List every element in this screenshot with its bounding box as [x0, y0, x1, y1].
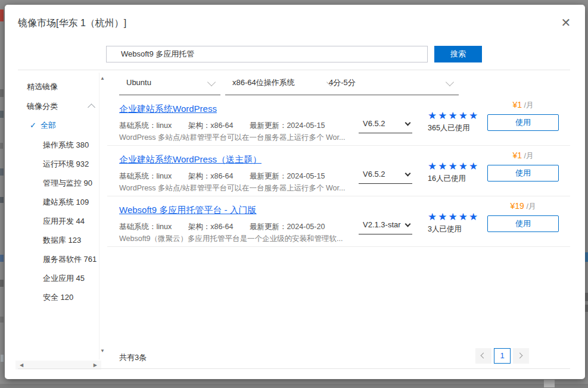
sidebar-item-featured[interactable]: 精选镜像: [27, 82, 58, 92]
chevron-up-icon[interactable]: [88, 104, 95, 111]
usage-count: 3人已使用: [428, 224, 462, 234]
image-market-dialog: 镜像市场[华东 1（杭州）] ✕ 搜索 精选镜像 镜像分类 ✓ 全部 操作系统 …: [5, 5, 585, 379]
backdrop-fragment: [544, 380, 555, 387]
chevron-down-icon: [446, 78, 454, 86]
chevron-down-icon: [405, 171, 411, 177]
backdrop-fragment: [1, 355, 4, 362]
pagination-current-page[interactable]: 1: [494, 348, 511, 364]
listing-base-system: 基础系统：linux: [119, 121, 172, 130]
chevron-down-icon: [405, 221, 411, 227]
sidebar-item-enterprise[interactable]: 企业应用 45: [43, 273, 85, 283]
search-input[interactable]: [106, 46, 428, 62]
sidebar-item-website[interactable]: 建站系统 109: [43, 197, 89, 207]
listing-title-link[interactable]: 企业建站系统WordPress（送主题）: [119, 154, 262, 165]
backdrop-fragment: [585, 305, 588, 312]
footer-divider: [18, 368, 570, 369]
sidebar-item-server-software[interactable]: 服务器软件 761: [43, 254, 97, 264]
listing-updated: 最新更新：2024-05-20: [250, 223, 325, 231]
use-button[interactable]: 使用: [487, 215, 559, 232]
price-unit: /月: [524, 152, 534, 160]
version-value: V2.1.3-star: [363, 217, 401, 233]
price-label: ¥19 /月: [487, 201, 559, 212]
backdrop-fragment: [0, 10, 4, 21]
backdrop-fragment: [0, 143, 3, 149]
price-amount: ¥1: [512, 151, 522, 160]
sidebar-item-runtime[interactable]: 运行环境 932: [43, 159, 89, 169]
usage-count: 365人已使用: [428, 123, 470, 133]
version-value: V6.5.2: [363, 166, 385, 183]
listing-row: 企业建站系统WordPress 基础系统：linux 架构：x86-64 最新更…: [107, 95, 570, 146]
backdrop-fragment: [0, 197, 4, 203]
sidebar-item-monitor[interactable]: 管理与监控 90: [43, 178, 92, 188]
check-icon: ✓: [30, 120, 36, 130]
star-rating-icon: ★★★★★: [428, 211, 479, 223]
close-icon[interactable]: ✕: [559, 15, 573, 30]
chevron-left-icon: [481, 353, 487, 359]
usage-count: 16人已使用: [428, 174, 466, 184]
star-rating-icon: ★★★★★: [428, 109, 479, 122]
backdrop-fragment: [0, 255, 4, 262]
sidebar-item-appdev[interactable]: 应用开发 44: [43, 216, 85, 226]
price-amount: ¥19: [511, 201, 524, 211]
star-rating-icon: ★★★★★: [428, 160, 479, 173]
search-button[interactable]: 搜索: [434, 46, 482, 62]
filter-arch-value: x86-64位操作系统: [232, 71, 295, 94]
price-label: ¥1 /月: [487, 151, 559, 161]
backdrop-fragment: [0, 384, 588, 388]
header-divider: [18, 70, 570, 70]
use-button[interactable]: 使用: [487, 165, 559, 182]
listing-row: Websoft9 多应用托管平台 - 入门版 基础系统：linux 架构：x86…: [107, 196, 570, 247]
listing-updated: 最新更新：2024-05-15: [250, 121, 325, 130]
sidebar-item-os[interactable]: 操作系统 380: [43, 140, 89, 150]
listing-meta: 基础系统：linux 架构：x86-64 最新更新：2024-05-20: [119, 222, 339, 232]
version-select[interactable]: V6.5.2: [359, 166, 412, 184]
scroll-right-icon[interactable]: ▶: [94, 363, 97, 368]
sidebar-item-database[interactable]: 数据库 123: [43, 235, 81, 245]
backdrop-fragment: [585, 293, 588, 301]
chevron-right-icon: [517, 353, 523, 359]
chevron-down-icon: [405, 120, 411, 126]
price-label: ¥1 /月: [487, 100, 559, 111]
sidebar-item-security[interactable]: 安全 120: [43, 292, 73, 302]
listing-title-link[interactable]: 企业建站系统WordPress: [119, 104, 217, 115]
version-select[interactable]: V2.1.3-star: [359, 217, 412, 234]
backdrop-fragment: [585, 252, 588, 262]
filter-rating-select[interactable]: 4分-5分: [322, 71, 459, 95]
listing-architecture: 架构：x86-64: [188, 223, 234, 231]
use-button[interactable]: 使用: [487, 114, 559, 131]
backdrop-fragment: [0, 168, 4, 176]
backdrop-fragment: [0, 317, 4, 323]
filter-rating-value: 4分-5分: [329, 71, 356, 94]
listing-meta: 基础系统：linux 架构：x86-64 最新更新：2024-05-15: [119, 121, 339, 131]
filter-os-select[interactable]: Ubuntu: [119, 71, 220, 95]
listing-row: 企业建站系统WordPress（送主题） 基础系统：linux 架构：x86-6…: [107, 146, 570, 196]
listing-architecture: 架构：x86-64: [188, 172, 234, 180]
pagination-prev-button[interactable]: [475, 348, 491, 364]
price-unit: /月: [527, 202, 536, 211]
total-count: 共有3条: [119, 352, 147, 363]
listing-description: Websoft9（微聚云）多应用托管平台是一个企业级的安装和管理软...: [119, 234, 343, 244]
backdrop-fragment: [0, 89, 4, 97]
dialog-title: 镜像市场[华东 1（杭州）]: [18, 17, 126, 30]
price-amount: ¥1: [512, 100, 522, 109]
sidebar-section-categories[interactable]: 镜像分类: [27, 101, 58, 111]
listing-updated: 最新更新：2024-05-15: [250, 172, 325, 180]
listing-base-system: 基础系统：linux: [119, 223, 172, 231]
scroll-left-icon[interactable]: ◀: [20, 363, 23, 368]
listing-description: WordPress 多站点/站群管理平台可以在一台服务器上运行多个 Wor...: [119, 133, 345, 143]
pagination-next-button[interactable]: [513, 348, 529, 364]
sidebar-item-all[interactable]: 全部: [41, 120, 56, 130]
listing-description: WordPress 多站点/站群管理平台可以在一台服务器上运行多个 Wor...: [119, 183, 345, 193]
scroll-down-icon[interactable]: ▼: [100, 349, 105, 353]
backdrop-fragment: [0, 111, 4, 118]
listing-meta: 基础系统：linux 架构：x86-64 最新更新：2024-05-15: [119, 171, 339, 182]
scroll-up-icon[interactable]: ▲: [100, 76, 105, 81]
version-value: V6.5.2: [363, 115, 385, 132]
filter-os-value: Ubuntu: [126, 71, 151, 94]
listing-architecture: 架构：x86-64: [188, 121, 234, 130]
version-select[interactable]: V6.5.2: [359, 115, 412, 133]
price-unit: /月: [524, 101, 534, 109]
listing-title-link[interactable]: Websoft9 多应用托管平台 - 入门版: [119, 205, 257, 216]
listing-base-system: 基础系统：linux: [119, 172, 172, 180]
sidebar-vertical-scrollbar[interactable]: [99, 73, 107, 359]
